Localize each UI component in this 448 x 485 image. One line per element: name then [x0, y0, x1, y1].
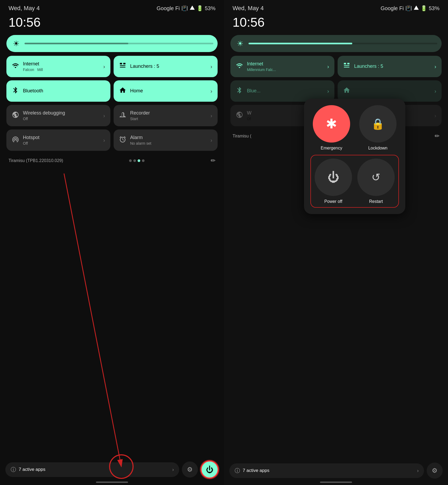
tile-internet-subtitle: Falcon Mill: [23, 68, 99, 72]
left-brightness-bar[interactable]: ☀: [6, 35, 218, 52]
right-panel: Wed, May 4 Google Fi 📳 🔋 53% 10:56 ☀ Int…: [224, 0, 448, 485]
right-tile-launchers-text: Launchers : 5: [354, 64, 431, 69]
tile-home-title: Home: [130, 88, 207, 94]
tile-recorder-subtitle: Start: [130, 117, 207, 121]
right-active-apps-info-icon: ⓘ: [235, 467, 240, 474]
right-tile-launchers[interactable]: Launchers : 5 ›: [338, 56, 442, 77]
right-tile-internet-text: Internet Millennium Falc...: [247, 61, 323, 72]
edit-icon[interactable]: ✏: [211, 157, 215, 164]
poweroff-btn[interactable]: ⏻: [315, 159, 352, 196]
right-hotspot-arrow: ›: [434, 113, 436, 119]
launchers-icon: [119, 62, 126, 71]
power-menu-top-row: ✱ Emergency 🔒 Lockdown: [310, 105, 399, 151]
left-battery: 53%: [205, 5, 215, 11]
brightness-icon: ☀: [11, 38, 21, 49]
right-tile-home[interactable]: ›: [338, 80, 442, 102]
right-wireless-debug-icon: [236, 111, 243, 120]
tile-recorder-title: Recorder: [130, 110, 207, 116]
right-tile-bluetooth-title: Blue...: [247, 88, 323, 94]
tile-bluetooth-title: Bluetooth: [23, 88, 105, 94]
tile-wireless-debug-text: Wireless debugging Off: [23, 110, 99, 121]
tile-hotspot[interactable]: Hotspot Off ›: [6, 129, 110, 151]
tile-bluetooth-text: Bluetooth: [23, 88, 105, 94]
left-tiles-grid: Internet Falcon Mill › Launchers : 5 › B…: [0, 56, 224, 151]
tile-alarm[interactable]: Alarm No alarm set ›: [114, 129, 218, 151]
right-active-apps-arrow-icon: ›: [417, 468, 419, 474]
left-status-bar: Wed, May 4 Google Fi 📳 🔋 53%: [0, 0, 224, 14]
hotspot-arrow-icon: ›: [103, 137, 105, 143]
right-bottom-bar: ⓘ 7 active apps › ⚙: [224, 463, 448, 479]
internet-arrow-icon: ›: [103, 64, 105, 70]
wireless-debug-icon: [12, 111, 19, 120]
right-home-icon: [343, 86, 350, 96]
right-brightness-icon: ☀: [235, 38, 245, 49]
emergency-icon: ✱: [326, 116, 337, 132]
left-status-right: Google Fi 📳 🔋 53%: [157, 5, 215, 12]
right-tile-internet-title: Internet: [247, 61, 323, 67]
bluetooth-icon: [12, 86, 19, 96]
tile-recorder-text: Recorder Start: [130, 110, 207, 121]
right-tile-internet[interactable]: Internet Millennium Falc... ›: [230, 56, 334, 77]
right-status-bar: Wed, May 4 Google Fi 📳 🔋 53%: [224, 0, 448, 14]
power-menu-restart[interactable]: ↺ Restart: [357, 159, 395, 204]
left-device-name: Tiramisu (TPB1.220310.029): [9, 158, 63, 163]
tile-bluetooth[interactable]: Bluetooth: [6, 80, 110, 102]
right-bluetooth-arrow: ›: [327, 88, 329, 94]
right-date: Wed, May 4: [233, 5, 264, 12]
lockdown-btn[interactable]: 🔒: [359, 105, 397, 143]
right-tile-bluetooth[interactable]: Blue... ›: [230, 80, 334, 102]
left-bottom-bar: ⓘ 7 active apps › ⚙ ⏻: [0, 460, 224, 479]
left-active-apps-btn[interactable]: ⓘ 7 active apps ›: [5, 462, 179, 477]
right-active-apps-btn[interactable]: ⓘ 7 active apps ›: [229, 463, 424, 478]
tile-internet[interactable]: Internet Falcon Mill ›: [6, 56, 110, 77]
right-settings-icon: ⚙: [432, 467, 438, 474]
tile-wireless-debug[interactable]: Wireless debugging Off ›: [6, 105, 110, 126]
recorder-arrow-icon: ›: [210, 113, 212, 119]
tile-recorder[interactable]: Recorder Start ›: [114, 105, 218, 126]
dot-3: [138, 159, 140, 162]
brightness-slider[interactable]: [25, 43, 213, 44]
restart-btn[interactable]: ↺: [357, 159, 395, 196]
wireless-debug-arrow-icon: ›: [103, 113, 105, 119]
power-icon: ⏻: [206, 465, 213, 474]
hotspot-icon: [12, 136, 19, 145]
left-device-info: Tiramisu (TPB1.220310.029) ✏: [0, 155, 224, 167]
svg-rect-2: [120, 65, 126, 66]
right-home-arrow: ›: [434, 88, 436, 94]
svg-rect-0: [120, 63, 122, 64]
right-settings-btn[interactable]: ⚙: [427, 463, 443, 479]
right-internet-arrow: ›: [327, 64, 329, 70]
right-carrier: Google Fi: [381, 5, 404, 11]
power-menu-poweroff[interactable]: ⏻ Power off: [314, 159, 353, 204]
tile-alarm-text: Alarm No alarm set: [130, 135, 207, 145]
tile-launchers[interactable]: Launchers : 5 ›: [114, 56, 218, 77]
left-power-btn[interactable]: ⏻: [201, 460, 219, 479]
svg-line-6: [64, 174, 121, 467]
left-settings-btn[interactable]: ⚙: [182, 462, 198, 478]
svg-rect-1: [123, 63, 125, 64]
recorder-icon: [119, 111, 126, 120]
dot-4: [142, 159, 145, 162]
tile-wireless-debug-title: Wireless debugging: [23, 110, 99, 116]
tile-home[interactable]: Home ›: [114, 80, 218, 102]
tile-internet-title: Internet: [23, 61, 99, 67]
right-brightness-bar[interactable]: ☀: [230, 35, 442, 52]
right-edit-icon[interactable]: ✏: [435, 133, 439, 140]
svg-rect-9: [347, 63, 349, 64]
right-device-name: Tiramisu (: [233, 134, 251, 139]
emergency-label: Emergency: [321, 146, 342, 151]
right-brightness-slider[interactable]: [249, 43, 437, 44]
active-apps-info-icon: ⓘ: [11, 466, 16, 473]
poweroff-icon: ⏻: [327, 171, 339, 184]
alarm-arrow-icon: ›: [210, 137, 212, 143]
svg-rect-8: [344, 63, 346, 64]
lockdown-icon: 🔒: [371, 118, 385, 130]
power-menu-emergency[interactable]: ✱ Emergency: [310, 105, 353, 151]
emergency-btn[interactable]: ✱: [313, 105, 350, 143]
dot-1: [129, 159, 132, 162]
right-tile-bluetooth-text: Blue...: [247, 88, 323, 94]
right-bluetooth-icon: [236, 86, 243, 96]
right-tile-launchers-title: Launchers : 5: [354, 64, 431, 69]
power-menu-lockdown[interactable]: 🔒 Lockdown: [357, 105, 399, 151]
tile-hotspot-text: Hotspot Off: [23, 135, 99, 145]
